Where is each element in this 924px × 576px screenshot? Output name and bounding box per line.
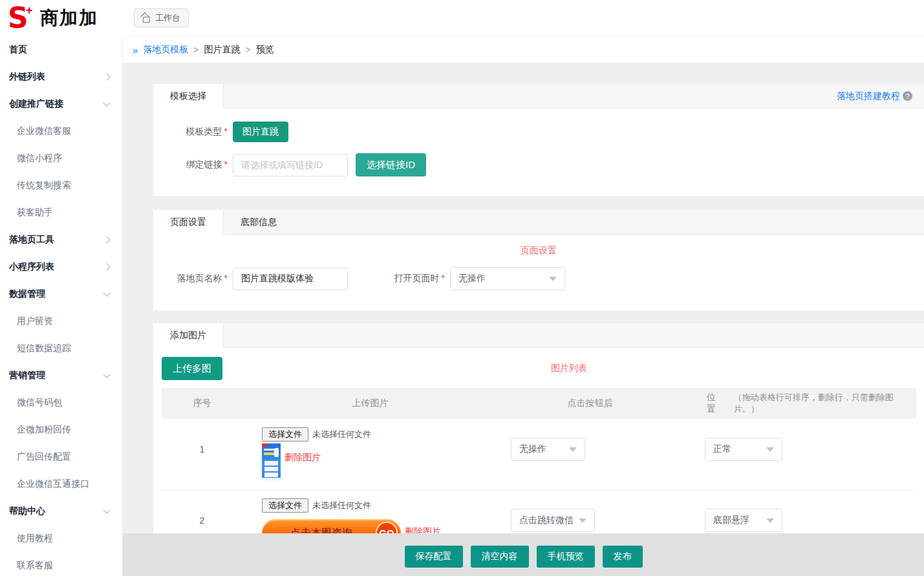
mobile-preview-button[interactable]: 手机预览 bbox=[537, 546, 595, 568]
bind-link-row: 绑定链接* 选择链接ID bbox=[153, 153, 924, 176]
sidebar-item-ad-callback-config[interactable]: 广告回传配置 bbox=[0, 443, 122, 471]
bind-link-label: 绑定链接* bbox=[153, 159, 228, 171]
tab-footer-info[interactable]: 底部信息 bbox=[224, 210, 294, 234]
sidebar-item-label: 联系客服 bbox=[17, 560, 53, 571]
position-select-value: 正常 bbox=[713, 443, 731, 455]
sidebar-item-label: 微信小程序 bbox=[17, 153, 62, 164]
tab-add-images[interactable]: 添加图片 bbox=[153, 323, 224, 348]
sidebar-item-customer-assistant[interactable]: 获客助手 bbox=[0, 199, 122, 226]
clear-content-button[interactable]: 清空内容 bbox=[471, 546, 529, 568]
row-action-cell: 无操作 bbox=[498, 427, 682, 480]
delete-image-link[interactable]: 删除图片 bbox=[285, 452, 321, 464]
tab-template-select[interactable]: 模板选择 bbox=[153, 84, 224, 109]
sidebar-item-label: 使用教程 bbox=[17, 533, 53, 544]
sidebar-item-wecom-interconnect[interactable]: 企业微信互通接口 bbox=[0, 471, 122, 498]
action-select-value: 无操作 bbox=[519, 443, 546, 455]
sidebar-item-miniprogram-list[interactable]: 小程序列表 bbox=[0, 253, 122, 281]
workbench-button[interactable]: 工作台 bbox=[134, 8, 189, 27]
publish-button[interactable]: 发布 bbox=[603, 546, 643, 568]
upload-multi-button[interactable]: 上传多图 bbox=[162, 357, 222, 380]
file-input-row: 选择文件 未选择任何文件 bbox=[262, 498, 498, 513]
sidebar-item-label: 用户留资 bbox=[17, 315, 53, 327]
sidebar-item-contact-support[interactable]: 联系客服 bbox=[0, 552, 122, 576]
sidebar-item-label: 落地页工具 bbox=[9, 234, 54, 246]
sidebar-item-label: 短信数据追踪 bbox=[17, 343, 71, 354]
sidebar-item-copy-search[interactable]: 传统复制搜索 bbox=[0, 172, 122, 199]
no-file-label: 未选择任何文件 bbox=[312, 500, 371, 511]
row-upload-cell: 选择文件 未选择任何文件 删除图片 bbox=[242, 427, 498, 480]
required-asterisk: * bbox=[224, 273, 228, 283]
sidebar-item-label: 首页 bbox=[9, 44, 27, 56]
sidebar-item-home[interactable]: 首页 bbox=[0, 36, 122, 63]
sidebar-item-label: 传统复制搜索 bbox=[17, 180, 71, 191]
position-select[interactable]: 正常 bbox=[705, 438, 782, 461]
sidebar-item-wechat-number-pack[interactable]: 微信号码包 bbox=[0, 389, 122, 416]
landing-tutorial-link[interactable]: 落地页搭建教程 ? bbox=[837, 84, 924, 108]
no-file-label: 未选择任何文件 bbox=[312, 429, 371, 440]
upload-row: 上传多图 图片列表 bbox=[162, 357, 916, 380]
page-settings-section-title: 页面设置 bbox=[153, 245, 924, 257]
footer-action-bar: 保存配置 清空内容 手机预览 发布 bbox=[123, 533, 924, 576]
action-select[interactable]: 点击跳转微信 bbox=[511, 509, 595, 532]
breadcrumb-item-preview: 预览 bbox=[256, 44, 274, 56]
row-position-cell: 正常 bbox=[682, 427, 916, 480]
chevron-down-icon bbox=[103, 99, 110, 106]
workbench-label: 工作台 bbox=[155, 12, 180, 24]
tab-page-settings[interactable]: 页面设置 bbox=[153, 210, 224, 235]
breadcrumb-separator: > bbox=[193, 45, 199, 55]
image-table: 序号 上传图片 点击按钮后 位置 （拖动表格行可排序，删除行，只需删除图片。） … bbox=[162, 388, 916, 556]
sidebar-item-label: 创建推广链接 bbox=[9, 98, 63, 110]
sidebar-nav: 首页 外链列表 创建推广链接 企业微信客服 微信小程序 传统复制搜索 获客助手 … bbox=[0, 36, 123, 576]
bind-link-input[interactable] bbox=[233, 154, 348, 176]
dropdown-caret-icon bbox=[569, 447, 577, 452]
images-card-tabstrip: 添加图片 bbox=[153, 323, 924, 348]
sidebar-item-user-leads[interactable]: 用户留资 bbox=[0, 308, 122, 335]
sidebar-item-marketing[interactable]: 营销管理 bbox=[0, 362, 122, 389]
position-select[interactable]: 底部悬浮 bbox=[705, 509, 782, 532]
sidebar-item-create-promo-link[interactable]: 创建推广链接 bbox=[0, 91, 122, 118]
sidebar-item-label: 广告回传配置 bbox=[17, 451, 71, 463]
question-icon[interactable]: ? bbox=[903, 91, 912, 101]
template-type-button[interactable]: 图片直跳 bbox=[233, 122, 288, 142]
uploaded-image-thumbnail[interactable] bbox=[262, 443, 281, 480]
choose-file-button[interactable]: 选择文件 bbox=[262, 427, 308, 442]
template-select-card: 模板选择 落地页搭建教程 ? 模板类型* 图片直跳 绑定链接* 选择链接ID bbox=[153, 84, 924, 196]
sidebar-item-tutorials[interactable]: 使用教程 bbox=[0, 525, 122, 552]
tutorial-link-label: 落地页搭建教程 bbox=[837, 91, 900, 102]
sidebar-item-label: 营销管理 bbox=[9, 370, 45, 381]
sidebar-item-label: 小程序列表 bbox=[9, 261, 54, 273]
sidebar-item-help-center[interactable]: 帮助中心 bbox=[0, 498, 122, 525]
sidebar-item-data-management[interactable]: 数据管理 bbox=[0, 281, 122, 308]
chevron-down-icon bbox=[103, 289, 110, 296]
breadcrumb-item-image-jump: 图片直跳 bbox=[204, 44, 241, 56]
home-icon bbox=[142, 14, 151, 22]
sidebar-item-label: 数据管理 bbox=[9, 288, 45, 300]
row-index: 1 bbox=[162, 427, 242, 480]
sidebar-item-wecom-fan-callback[interactable]: 企微加粉回传 bbox=[0, 416, 122, 443]
sidebar-item-label: 帮助中心 bbox=[9, 506, 45, 517]
dropdown-caret-icon bbox=[766, 518, 774, 523]
choose-file-button[interactable]: 选择文件 bbox=[262, 498, 308, 513]
dropdown-caret-icon bbox=[766, 447, 774, 452]
open-page-select-value: 无操作 bbox=[458, 273, 486, 284]
breadcrumb-link-landing-templates[interactable]: 落地页模板 bbox=[143, 44, 188, 56]
chevron-right-icon bbox=[103, 73, 110, 80]
action-select[interactable]: 无操作 bbox=[511, 438, 585, 461]
sidebar-item-external-links[interactable]: 外链列表 bbox=[0, 63, 122, 91]
landing-name-input[interactable] bbox=[233, 268, 348, 290]
sidebar-item-landing-tools[interactable]: 落地页工具 bbox=[0, 226, 122, 253]
sidebar-item-wecom-service[interactable]: 企业微信客服 bbox=[0, 118, 122, 145]
top-header: S + 商加加 工作台 bbox=[0, 0, 924, 36]
table-row: 1 选择文件 未选择任何文件 删除图片 bbox=[162, 419, 916, 490]
required-asterisk: * bbox=[442, 273, 445, 283]
open-page-select[interactable]: 无操作 bbox=[450, 267, 565, 290]
sidebar-item-label: 获客助手 bbox=[17, 207, 53, 219]
sidebar-item-sms-tracking[interactable]: 短信数据追踪 bbox=[0, 335, 122, 362]
save-config-button[interactable]: 保存配置 bbox=[405, 546, 463, 568]
page-settings-row: 落地页名称* 打开页面时* 无操作 bbox=[153, 267, 924, 290]
col-header-position: 位置 bbox=[707, 392, 725, 415]
breadcrumb: » 落地页模板 > 图片直跳 > 预览 bbox=[123, 36, 924, 63]
select-link-id-button[interactable]: 选择链接ID bbox=[356, 153, 426, 176]
sidebar-item-wechat-miniprogram[interactable]: 微信小程序 bbox=[0, 145, 122, 172]
brand-logo: S + 商加加 bbox=[8, 4, 98, 32]
